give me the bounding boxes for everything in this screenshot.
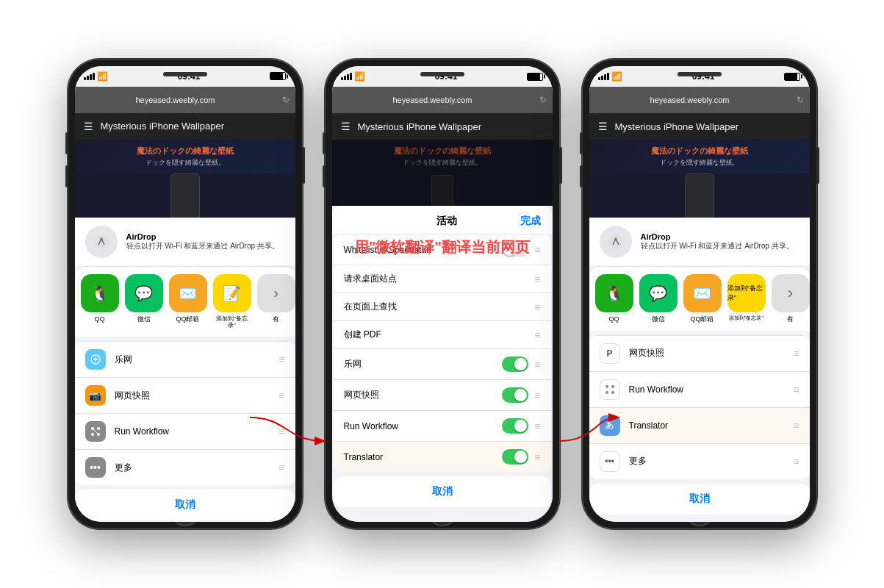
hamburger-icon-right[interactable]: ☰ bbox=[598, 121, 608, 132]
vol-down-left bbox=[65, 165, 68, 187]
translator-label: Translator bbox=[344, 452, 503, 462]
svg-point-11 bbox=[611, 385, 614, 388]
airdrop-title-left: AirDrop bbox=[126, 232, 279, 241]
action-row-more-r[interactable]: ••• 更多 ≡ bbox=[589, 443, 810, 479]
airdrop-desc-right: 轻点以打开 Wi-Fi 和蓝牙来通过 AirDrop 共享。 bbox=[641, 241, 794, 251]
share-icon-qq[interactable]: 🐧 QQ bbox=[81, 274, 119, 329]
phone-left: 📶 09:41 heyeased.weebly.com ↻ ☰ Mysterio… bbox=[68, 59, 303, 529]
phone-right: 📶 09:41 heyeased.weebly.com ↻ ☰ Mysterio… bbox=[582, 59, 817, 529]
nav-bar-middle: ☰ Mysterious iPhone Wallpaper bbox=[332, 113, 553, 140]
snapshot-toggle[interactable] bbox=[502, 387, 528, 403]
url-right: heyeased.weebly.com bbox=[589, 96, 791, 104]
activity-row-whitelist[interactable]: Whitelist in Speedatari ≡ bbox=[334, 234, 551, 265]
activity-row-find[interactable]: 在页面上查找 ≡ bbox=[334, 293, 551, 320]
refresh-right[interactable]: ↻ bbox=[797, 95, 810, 105]
airdrop-left[interactable]: AirDrop 轻点以打开 Wi-Fi 和蓝牙来通过 AirDrop 共享。 bbox=[75, 218, 295, 265]
cancel-btn-right[interactable]: 取消 bbox=[589, 484, 810, 514]
activity-row-desktop[interactable]: 请求桌面站点 ≡ bbox=[334, 265, 551, 293]
snapshot-icon: 📷 bbox=[85, 385, 106, 406]
action-row-more[interactable]: ••• 更多 ≡ bbox=[75, 449, 295, 485]
share-icon-notes-r[interactable]: 添加到"备忘录" 添加到"备忘录" bbox=[727, 274, 766, 323]
share-icon-qq-r[interactable]: 🐧 QQ bbox=[595, 274, 633, 323]
activity-row-snapshot2[interactable]: 网页快照 ≡ bbox=[334, 379, 551, 410]
find-label: 在页面上查找 bbox=[344, 301, 535, 313]
banner-jp2-right: ドックを隠す綺麗な壁紙。 bbox=[597, 158, 802, 168]
whitelist-label: Whitelist in Speedatari bbox=[344, 245, 503, 255]
snapshot-label2: 网页快照 bbox=[344, 389, 503, 401]
hamburger-icon-middle[interactable]: ☰ bbox=[341, 121, 351, 132]
action-row-lewan[interactable]: 乐网 ≡ bbox=[75, 341, 295, 377]
hamburger-icon-left[interactable]: ☰ bbox=[84, 121, 93, 132]
activity-row-workflow2[interactable]: Run Workflow ≡ bbox=[334, 410, 551, 441]
more-label: 更多 bbox=[115, 462, 279, 474]
power-btn-right bbox=[816, 147, 819, 184]
activity-row-lewan[interactable]: 乐网 ≡ bbox=[334, 348, 551, 379]
activity-row-translator[interactable]: Translator ≡ bbox=[334, 441, 551, 472]
action-row-workflow-r[interactable]: Run Workflow ≡ bbox=[589, 371, 810, 407]
cancel-btn-left[interactable]: 取消 bbox=[75, 490, 295, 520]
phone-middle: 📶 09:41 heyeased.weebly.com ↻ ☰ Mysterio… bbox=[325, 59, 560, 529]
share-icon-more[interactable]: › 有 bbox=[257, 274, 295, 329]
nav-bar-left: ☰ Mysterious iPhone Wallpaper bbox=[75, 113, 295, 140]
share-icon-qqmail[interactable]: ✉️ QQ邮箱 bbox=[169, 274, 207, 329]
banner-jp1-right: 魔法のドックの綺麗な壁紙 bbox=[597, 146, 802, 157]
svg-point-13 bbox=[611, 391, 614, 394]
airdrop-desc-left: 轻点以打开 Wi-Fi 和蓝牙来通过 AirDrop 共享。 bbox=[126, 241, 279, 251]
workflow-toggle[interactable] bbox=[502, 418, 528, 434]
action-row-workflow[interactable]: Run Workflow ≡ bbox=[75, 413, 295, 449]
speaker-right bbox=[678, 72, 722, 76]
more-drag: ≡ bbox=[279, 462, 284, 473]
action-row-snapshot[interactable]: 📷 网页快照 ≡ bbox=[75, 377, 295, 413]
vol-up-right bbox=[580, 132, 583, 154]
snapshot-label-r: 网页快照 bbox=[629, 347, 794, 359]
status-bar-middle: 📶 09:41 bbox=[332, 66, 553, 87]
refresh-middle[interactable]: ↻ bbox=[539, 95, 553, 105]
lewan-icon bbox=[85, 349, 106, 370]
airdrop-right[interactable]: AirDrop 轻点以打开 Wi-Fi 和蓝牙来通过 AirDrop 共享。 bbox=[589, 218, 810, 265]
site-title-right: Mysterious iPhone Wallpaper bbox=[615, 121, 739, 132]
lewan-label: 乐网 bbox=[115, 354, 279, 366]
activity-done[interactable]: 完成 bbox=[520, 215, 541, 228]
refresh-left[interactable]: ↻ bbox=[282, 95, 295, 105]
cancel-btn-middle[interactable]: 取消 bbox=[334, 476, 551, 507]
lewan-label2: 乐网 bbox=[344, 358, 503, 370]
address-bar-right[interactable]: heyeased.weebly.com ↻ bbox=[589, 87, 810, 113]
activity-header: 活动 完成 bbox=[332, 206, 553, 234]
phone-preview-left bbox=[75, 173, 295, 218]
share-icons-left: 🐧 QQ 💬 微信 ✉️ QQ邮箱 📝 添 bbox=[75, 266, 295, 337]
share-icon-wechat-r[interactable]: 💬 微信 bbox=[639, 274, 678, 323]
svg-point-12 bbox=[605, 391, 608, 394]
translator-toggle[interactable] bbox=[502, 449, 528, 465]
action-row-translator-r[interactable]: あ Translator ≡ bbox=[589, 407, 810, 443]
svg-point-10 bbox=[605, 385, 608, 388]
share-icon-notes[interactable]: 📝 添加到"备忘录" bbox=[213, 274, 251, 329]
power-btn-left bbox=[302, 147, 305, 184]
lewan-toggle[interactable] bbox=[502, 356, 528, 372]
address-bar-middle[interactable]: heyeased.weebly.com ↻ bbox=[332, 87, 553, 113]
pdf-label: 创建 PDF bbox=[344, 329, 535, 341]
more-icon-r: ••• bbox=[600, 451, 620, 472]
site-title-middle: Mysterious iPhone Wallpaper bbox=[358, 121, 482, 132]
speaker-left bbox=[163, 72, 207, 76]
desktop-label: 请求桌面站点 bbox=[344, 273, 535, 285]
activity-row-pdf[interactable]: 创建 PDF ≡ bbox=[334, 320, 551, 348]
snapshot-drag: ≡ bbox=[279, 390, 284, 401]
share-icons-right: 🐧 QQ 💬 微信 ✉️ QQ邮箱 添加到"备忘录" bbox=[589, 266, 810, 331]
share-icon-more-r[interactable]: › 有 bbox=[772, 274, 810, 323]
whitelist-toggle[interactable] bbox=[502, 242, 528, 257]
share-icon-wechat[interactable]: 💬 微信 bbox=[125, 274, 163, 329]
svg-point-5 bbox=[91, 433, 94, 436]
share-icon-qqmail-r[interactable]: ✉️ QQ邮箱 bbox=[683, 274, 722, 323]
address-bar-left[interactable]: heyeased.weebly.com ↻ bbox=[75, 87, 295, 113]
screen-middle: 📶 09:41 heyeased.weebly.com ↻ ☰ Mysterio… bbox=[332, 66, 553, 522]
action-row-snapshot-r[interactable]: P 网页快照 ≡ bbox=[589, 335, 810, 371]
workflow-icon-r bbox=[600, 379, 620, 400]
snapshot-label: 网页快照 bbox=[115, 390, 279, 402]
lewan-drag: ≡ bbox=[279, 354, 284, 365]
workflow-drag: ≡ bbox=[279, 426, 284, 437]
status-bar-right: 📶 09:41 bbox=[589, 66, 810, 87]
airdrop-title-right: AirDrop bbox=[641, 232, 794, 241]
url-left: heyeased.weebly.com bbox=[75, 96, 276, 104]
svg-point-1 bbox=[100, 237, 102, 240]
more-label-r: 更多 bbox=[629, 455, 794, 467]
